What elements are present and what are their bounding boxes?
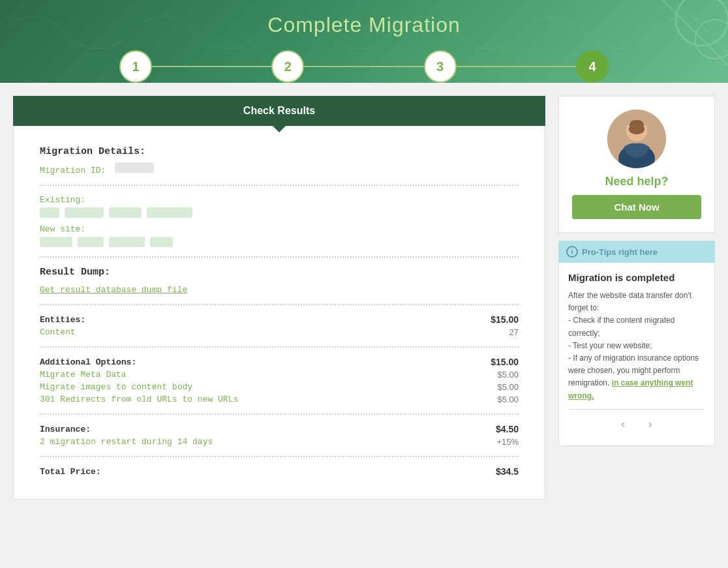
migration-id-label: Migration ID: (40, 166, 106, 175)
option3-value: $5.00 (497, 395, 519, 404)
need-help-text: Need help? (605, 175, 668, 188)
right-panel: Need help? Chat Now i Pro-Tips right her… (558, 96, 715, 500)
dump-file-link[interactable]: Get result database dump file (40, 285, 187, 295)
option3-row: 301 Redirects from old URLs to new URLs … (40, 395, 519, 404)
insurance-sub-row: 2 migration restart during 14 days +15% (40, 437, 519, 447)
divider-1 (40, 185, 519, 186)
content-label: Content (40, 327, 76, 337)
total-label: Total Price: (40, 467, 101, 477)
pro-tips-label: Pro-Tips right here (582, 247, 658, 257)
existing-label: Existing: (40, 195, 519, 205)
additional-options-value: $15.00 (491, 357, 519, 367)
left-panel: Check Results Migration Details: Migrati… (13, 96, 545, 500)
check-results-title: Check Results (243, 105, 315, 116)
page-title: Complete Migration (0, 13, 728, 37)
help-card: Need help? Chat Now (558, 96, 715, 233)
details-card: Migration Details: Migration ID: Existin… (13, 126, 545, 500)
check-results-header: Check Results (13, 96, 545, 126)
option3-label: 301 Redirects from old URLs to new URLs (40, 395, 238, 404)
result-dump-title: Result Dump: (40, 267, 519, 278)
option1-label: Migrate Meta Data (40, 370, 127, 380)
divider-4 (40, 346, 519, 348)
existing-val-3 (109, 207, 142, 218)
option2-value: $5.00 (497, 382, 519, 392)
main-content: Check Results Migration Details: Migrati… (0, 83, 728, 513)
existing-val-2 (65, 207, 104, 218)
existing-section: Existing: (40, 195, 519, 218)
chat-now-button[interactable]: Chat Now (572, 195, 701, 219)
existing-val-1 (40, 207, 59, 218)
insurance-sub-label: 2 migration restart during 14 days (40, 437, 213, 447)
tips-content: Migration is completed After the website… (558, 263, 715, 446)
migration-id-section: Migration ID: (40, 162, 519, 175)
step-line-3-4 (457, 66, 576, 67)
divider-6 (40, 456, 519, 457)
insurance-sub-value: +15% (496, 437, 519, 447)
entities-row: Entities: $15.00 (40, 314, 519, 325)
step-1[interactable]: 1 (119, 50, 152, 83)
nav-arrows: ‹ › (568, 409, 705, 436)
insurance-label: Insurance: (40, 425, 91, 434)
divider-2 (40, 256, 519, 258)
entities-label: Entities: (40, 315, 85, 325)
divider-3 (40, 304, 519, 305)
step-line-2-3 (304, 66, 423, 67)
step-4[interactable]: 4 (576, 50, 609, 83)
tips-body: After the website data transfer don't fo… (568, 290, 705, 402)
tips-text-3: - Test your new website; (568, 341, 652, 350)
pro-tips-bar: i Pro-Tips right here (558, 241, 715, 263)
migration-id-value (115, 162, 154, 173)
new-site-val-4 (150, 237, 173, 247)
entities-value: $15.00 (491, 314, 519, 325)
migration-details-title: Migration Details: (40, 146, 519, 157)
total-row: Total Price: $34.5 (40, 466, 519, 477)
tips-text-2: - Check if the content migrated correctl… (568, 316, 675, 337)
new-site-value-row (40, 237, 519, 247)
new-site-section: New site: (40, 224, 519, 247)
avatar (607, 110, 666, 168)
new-site-val-2 (78, 237, 104, 247)
option2-label: Migrate images to content body (40, 382, 192, 392)
info-icon: i (566, 246, 578, 258)
tips-title: Migration is completed (568, 272, 705, 283)
step-3[interactable]: 3 (424, 50, 457, 83)
option2-row: Migrate images to content body $5.00 (40, 382, 519, 392)
result-dump-section: Result Dump: Get result database dump fi… (40, 267, 519, 295)
new-site-val-1 (40, 237, 72, 247)
tips-text-1: After the website data transfer don't fo… (568, 291, 691, 312)
step-2[interactable]: 2 (271, 50, 304, 83)
step-line-1-2 (152, 66, 271, 67)
new-site-label: New site: (40, 224, 519, 234)
existing-val-4 (147, 207, 192, 218)
page-header: Complete Migration 1 2 3 4 (0, 0, 728, 83)
content-value: 27 (509, 327, 519, 337)
additional-options-label: Additional Options: (40, 357, 136, 367)
total-value: $34.5 (496, 466, 519, 477)
insurance-value: $4.50 (496, 424, 519, 434)
progress-steps: 1 2 3 4 (0, 50, 728, 83)
option1-row: Migrate Meta Data $5.00 (40, 370, 519, 380)
content-row: Content 27 (40, 327, 519, 337)
insurance-row: Insurance: $4.50 (40, 424, 519, 434)
existing-value-row (40, 207, 519, 218)
new-site-val-3 (109, 237, 145, 247)
next-arrow[interactable]: › (643, 416, 658, 432)
prev-arrow[interactable]: ‹ (616, 416, 630, 432)
divider-5 (40, 413, 519, 415)
additional-options-row: Additional Options: $15.00 (40, 357, 519, 367)
option1-value: $5.00 (497, 370, 519, 380)
